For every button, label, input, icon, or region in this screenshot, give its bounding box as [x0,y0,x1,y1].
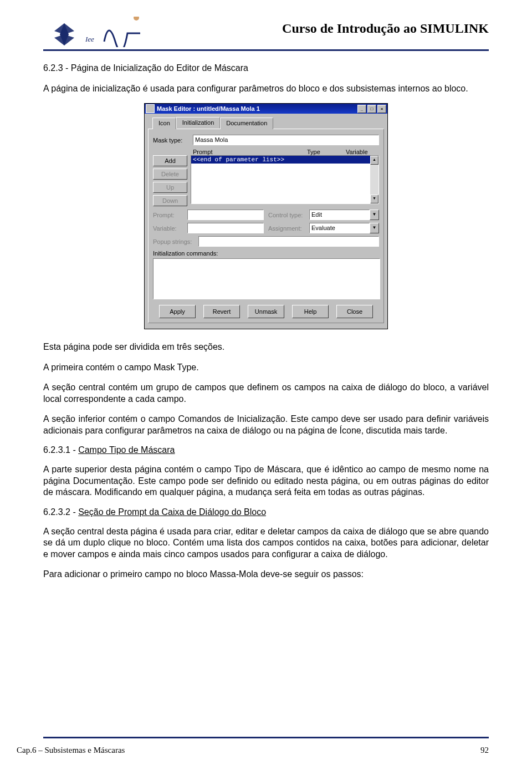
close-dialog-button[interactable]: Close [336,305,373,318]
window-title: Mask Editor : untitled/Massa Mola 1 [157,105,260,112]
mask-type-input[interactable]: Massa Mola [193,135,379,145]
up-button[interactable]: Up [153,182,187,193]
variable-input[interactable] [187,223,264,233]
list-item[interactable]: <<end of parameter list>> [191,156,370,164]
paragraph: A seção central desta página é usada par… [43,526,489,560]
param-list-header: Prompt Type Variable [193,149,379,155]
paragraph: Esta página pode ser dividida em três se… [43,341,489,353]
control-type-select[interactable]: Edit [309,210,370,220]
paragraph: A página de inicialização é usada para c… [43,83,489,94]
mask-editor-window: Mask Editor : untitled/Massa Mola 1 _ □ … [144,103,388,329]
tab-bar: Icon Initialization Documentation [152,117,384,129]
logo-icon: Iee [43,17,140,47]
system-menu-icon[interactable] [146,104,155,113]
unmask-button[interactable]: Unmask [248,305,284,318]
apply-button[interactable]: Apply [159,305,196,318]
help-button[interactable]: Help [292,305,329,318]
subsection-heading: 6.2.3.1 - Campo Tipo de Máscara [43,445,489,455]
init-commands-label: Initialization commands: [153,250,379,257]
titlebar: Mask Editor : untitled/Massa Mola 1 _ □ … [145,104,387,114]
tab-documentation[interactable]: Documentation [220,118,273,129]
svg-point-1 [134,17,139,21]
add-button[interactable]: Add [153,155,187,166]
assignment-label: Assignment: [268,225,309,232]
scroll-up-icon[interactable]: ▲ [370,156,378,165]
paragraph: Para adicionar o primeiro campo no bloco… [43,569,489,580]
scroll-down-icon[interactable]: ▼ [370,195,378,203]
mask-editor-screenshot: Mask Editor : untitled/Massa Mola 1 _ □ … [43,103,489,329]
subsection-title: Seção de Prompt da Caixa de Diálogo do B… [78,507,266,517]
paragraph: A parte superior desta página contém o c… [43,464,489,498]
parameter-list[interactable]: <<end of parameter list>> ▲ ▼ [191,155,379,204]
chevron-down-icon[interactable]: ▼ [370,210,379,220]
subsection-heading: 6.2.3.2 - Seção de Prompt da Caixa de Di… [43,507,489,517]
mask-type-label: Mask type: [153,137,193,144]
init-commands-input[interactable] [153,258,380,299]
close-button[interactable]: × [377,105,386,113]
prompt-label: Prompt: [153,212,187,218]
down-button[interactable]: Down [153,195,187,206]
tab-icon[interactable]: Icon [152,118,176,129]
prompt-input[interactable] [187,210,264,220]
popup-strings-label: Popup strings: [153,238,198,245]
assignment-select[interactable]: Evaluate [309,223,370,233]
tab-initialization[interactable]: Initialization [176,117,220,129]
subsection-title: Campo Tipo de Máscara [78,445,175,455]
col-prompt: Prompt [193,149,307,155]
page-header: Iee Curso de Introdução ao SIMULINK [43,17,489,51]
col-type: Type [307,149,346,155]
subsection-number: 6.2.3.2 - [43,507,78,517]
revert-button[interactable]: Revert [203,305,240,318]
page-number: 92 [480,746,489,755]
course-title: Curso de Introdução ao SIMULINK [282,21,489,36]
footer-rule [43,737,489,738]
section-heading: 6.2.3 - Página de Inicialização do Edito… [43,63,489,73]
paragraph: A seção inferior contém o campo Comandos… [43,414,489,436]
tab-panel: Mask type: Massa Mola Prompt Type Variab… [148,129,384,323]
svg-text:Iee: Iee [85,35,94,43]
chevron-down-icon[interactable]: ▼ [370,223,379,233]
paragraph: A primeira contém o campo Mask Type. [43,362,489,373]
page-footer: Cap.6 – Subsistemas e Máscaras 92 [0,746,532,755]
maximize-button[interactable]: □ [367,105,376,113]
scrollbar[interactable]: ▲ ▼ [370,156,378,203]
control-type-label: Control type: [268,212,309,218]
footer-chapter: Cap.6 – Subsistemas e Máscaras [17,746,125,755]
paragraph: A seção central contém um grupo de campo… [43,382,489,405]
col-variable: Variable [346,149,379,155]
delete-button[interactable]: Delete [153,169,187,180]
variable-label: Variable: [153,225,187,232]
minimize-button[interactable]: _ [357,105,366,113]
subsection-number: 6.2.3.1 - [43,445,78,455]
popup-strings-input[interactable] [198,236,379,247]
